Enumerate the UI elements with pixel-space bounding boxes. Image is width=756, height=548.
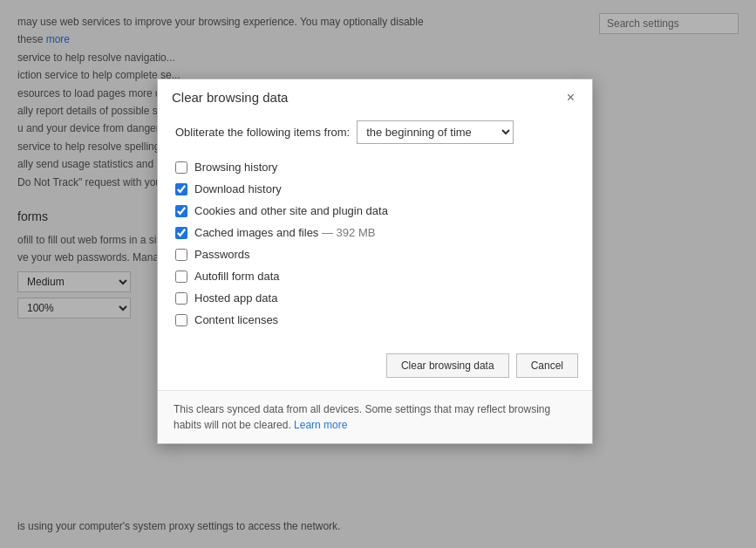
checkbox-row-autofill: Autofill form data <box>175 265 575 287</box>
checkbox-row-browsing-history: Browsing history <box>175 156 575 178</box>
dialog-body: Obliterate the following items from: the… <box>158 113 592 345</box>
checkbox-cookies[interactable] <box>175 205 187 217</box>
time-range-select[interactable]: the beginning of time the past hour the … <box>357 120 514 144</box>
checkbox-cookies-label[interactable]: Cookies and other site and plugin data <box>194 204 388 217</box>
dialog-close-button[interactable]: × <box>563 91 578 105</box>
checkbox-autofill-label[interactable]: Autofill form data <box>194 270 280 283</box>
checkbox-cached-images[interactable] <box>175 227 187 239</box>
checkbox-hosted-app[interactable] <box>175 292 187 305</box>
dialog-info-section: This clears synced data from all devices… <box>158 390 592 443</box>
checkbox-row-cached-images: Cached images and files — 392 MB <box>175 222 575 243</box>
checkbox-browsing-history-label[interactable]: Browsing history <box>194 161 277 174</box>
checkbox-row-content-licenses: Content licenses <box>175 309 575 331</box>
checkbox-content-licenses[interactable] <box>175 314 187 326</box>
checkbox-content-licenses-label[interactable]: Content licenses <box>194 313 278 326</box>
cancel-button[interactable]: Cancel <box>516 353 578 378</box>
clear-browsing-data-dialog: Clear browsing data × Obliterate the fol… <box>157 79 593 444</box>
checkbox-row-passwords: Passwords <box>175 243 575 265</box>
checkbox-row-hosted-app: Hosted app data <box>175 287 575 309</box>
obliterate-label: Obliterate the following items from: <box>175 126 350 139</box>
checkbox-autofill[interactable] <box>175 271 187 283</box>
checkbox-hosted-app-label[interactable]: Hosted app data <box>194 291 277 305</box>
obliterate-row: Obliterate the following items from: the… <box>175 120 575 144</box>
checkbox-download-history-label[interactable]: Download history <box>194 182 282 195</box>
checkbox-row-download-history: Download history <box>175 178 575 200</box>
checkbox-passwords[interactable] <box>175 249 187 261</box>
clear-browsing-data-button[interactable]: Clear browsing data <box>386 353 509 378</box>
checkbox-browsing-history[interactable] <box>175 161 187 174</box>
checkbox-cached-images-label[interactable]: Cached images and files — 392 MB <box>194 226 375 239</box>
learn-more-link[interactable]: Learn more <box>294 419 347 431</box>
dialog-titlebar: Clear browsing data × <box>158 79 592 113</box>
dialog-info-text: This clears synced data from all devices… <box>174 403 550 431</box>
dialog-footer: Clear browsing data Cancel <box>158 345 592 390</box>
checkbox-row-cookies: Cookies and other site and plugin data <box>175 200 575 222</box>
checkbox-download-history[interactable] <box>175 183 187 195</box>
dialog-title: Clear browsing data <box>172 90 288 105</box>
checkbox-passwords-label[interactable]: Passwords <box>194 248 250 261</box>
cache-size-text: — 392 MB <box>322 226 375 239</box>
